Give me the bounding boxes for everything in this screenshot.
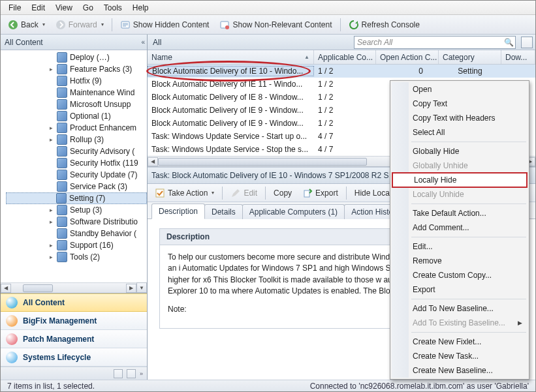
- menu-go[interactable]: Go: [78, 2, 99, 14]
- menu-file[interactable]: File: [3, 2, 26, 14]
- tree-node[interactable]: ▸Security Hotfix (119: [6, 157, 147, 169]
- edit-button[interactable]: Edit: [226, 186, 262, 200]
- col-category[interactable]: Category: [439, 50, 501, 64]
- context-menu[interactable]: OpenCopy TextCopy Text with HeadersSelec…: [390, 80, 529, 380]
- show-nonrelevant-button[interactable]: Show Non-Relevant Content: [215, 18, 336, 32]
- tree-node[interactable]: ▸Microsoft Unsupp: [6, 98, 147, 110]
- cell-applicable: 1 / 2: [314, 106, 376, 115]
- tree-vscroll-down-icon[interactable]: ▼: [136, 282, 147, 293]
- grid-hscroll-thumb[interactable]: [158, 158, 367, 166]
- tree-node[interactable]: ▸Support (16): [6, 239, 147, 251]
- take-action-drop-icon[interactable]: ▾: [212, 190, 214, 196]
- take-action-button[interactable]: Take Action ▾: [150, 186, 219, 200]
- forward-button[interactable]: Forward ▾: [51, 18, 108, 32]
- context-menu-item[interactable]: Locally Hide: [392, 172, 528, 188]
- tree-node[interactable]: ▸Tools (2): [6, 251, 147, 263]
- menu-edit[interactable]: Edit: [26, 2, 50, 14]
- tree-node-label: Rollup (3): [70, 135, 104, 144]
- tree-hscroll-thumb[interactable]: [23, 284, 53, 292]
- tree-hscroll-left-icon[interactable]: ◀: [1, 284, 11, 293]
- expand-icon[interactable]: ▸: [48, 207, 54, 213]
- col-open-action[interactable]: Open Action C...: [376, 50, 439, 64]
- tree-node[interactable]: ▸Optional (1): [6, 110, 147, 122]
- nav-item[interactable]: Systems Lifecycle: [1, 348, 147, 367]
- tree-node[interactable]: ▸Rollup (3): [6, 134, 147, 145]
- folder-icon: [57, 111, 67, 121]
- tree-node[interactable]: ▸Feature Packs (3): [6, 63, 147, 75]
- tree-node[interactable]: ▸Security Advisory (: [6, 145, 147, 157]
- nav-item[interactable]: BigFix Management: [1, 312, 147, 330]
- context-menu-item[interactable]: Remove: [392, 254, 528, 268]
- context-menu-item[interactable]: Create New Baseline...: [392, 363, 528, 378]
- context-menu-item[interactable]: Globally Hide: [392, 144, 528, 158]
- context-menu-label: Create New Task...: [413, 352, 479, 361]
- export-button[interactable]: Export: [298, 186, 343, 200]
- context-menu-item[interactable]: Add Comment...: [392, 220, 528, 235]
- collapse-left-icon[interactable]: «: [141, 38, 143, 46]
- nav-item[interactable]: Patch Management: [1, 330, 147, 348]
- context-menu-item[interactable]: Open: [392, 82, 528, 97]
- expand-icon[interactable]: ▸: [48, 254, 54, 260]
- tree-node[interactable]: ▸Maintenance Wind: [6, 87, 147, 98]
- context-menu-item[interactable]: Edit...: [392, 239, 528, 254]
- nav-overflow-2[interactable]: [127, 369, 136, 378]
- menu-tools[interactable]: Tools: [99, 2, 127, 14]
- left-panel: All Content « ▸Deploy (…)▸Feature Packs …: [1, 35, 148, 380]
- take-action-icon: [155, 188, 165, 198]
- tree-view[interactable]: ▸Deploy (…)▸Feature Packs (3)▸Hotfix (9)…: [1, 50, 147, 293]
- tree-node[interactable]: ▸Security Update (7): [6, 169, 147, 181]
- toggle-details-button[interactable]: [521, 37, 533, 48]
- menu-help[interactable]: Help: [127, 2, 154, 14]
- tab-applicable-computers[interactable]: Applicable Computers (1): [242, 204, 345, 219]
- tree-node[interactable]: ▸Standby Behavior (: [6, 228, 147, 239]
- nav-overflow-1[interactable]: [114, 369, 123, 378]
- tree-node[interactable]: ▸Service Pack (3): [6, 181, 147, 192]
- nav-item[interactable]: All Content: [1, 294, 147, 312]
- menu-view[interactable]: View: [50, 2, 78, 14]
- search-icon[interactable]: 🔍: [504, 38, 514, 47]
- tree-node[interactable]: ▸Setting (7): [6, 192, 147, 204]
- context-menu-item[interactable]: Create Custom Copy...: [392, 268, 528, 282]
- export-icon: [302, 188, 313, 198]
- tree-node[interactable]: ▸Setup (3): [6, 204, 147, 216]
- tree-hscroll[interactable]: ◀ ▶: [1, 282, 136, 293]
- table-row[interactable]: Block Automatic Delivery of IE 10 - Wind…: [148, 65, 535, 78]
- context-menu-item[interactable]: Create New Fixlet...: [392, 335, 528, 349]
- tree-node[interactable]: ▸Hotfix (9): [6, 75, 147, 87]
- left-header: All Content «: [1, 35, 147, 50]
- nav-label: BigFix Management: [23, 316, 97, 325]
- forward-drop-icon[interactable]: ▾: [101, 22, 104, 27]
- tab-details[interactable]: Details: [204, 204, 243, 219]
- tree-node[interactable]: ▸Deploy (…): [6, 52, 147, 63]
- context-menu-item[interactable]: Add To New Baseline...: [392, 301, 528, 316]
- back-drop-icon[interactable]: ▾: [42, 22, 45, 27]
- tree-hscroll-right-icon[interactable]: ▶: [126, 284, 136, 293]
- search-input[interactable]: Search All 🔍: [354, 36, 516, 49]
- col-applicable[interactable]: Applicable Co...: [314, 50, 376, 64]
- context-menu-item[interactable]: Select All: [392, 125, 528, 140]
- back-button[interactable]: Back ▾: [3, 18, 50, 32]
- context-menu-item[interactable]: Take Default Action...: [392, 206, 528, 220]
- context-menu-item[interactable]: Export: [392, 282, 528, 297]
- expand-icon[interactable]: ▸: [48, 136, 54, 143]
- expand-icon[interactable]: ▸: [48, 125, 54, 131]
- expand-icon[interactable]: ▸: [48, 219, 54, 225]
- edit-label: Edit: [244, 188, 257, 198]
- col-name[interactable]: Name▲: [148, 50, 314, 64]
- tree-node[interactable]: ▸Product Enhancem: [6, 122, 147, 134]
- expand-icon[interactable]: ▸: [48, 66, 54, 72]
- col-download[interactable]: Dow...: [501, 50, 535, 64]
- tree-hscroll-track[interactable]: [11, 284, 126, 293]
- context-menu-item[interactable]: Copy Text with Headers: [392, 111, 528, 125]
- copy-button[interactable]: Copy: [269, 187, 296, 200]
- show-hidden-button[interactable]: Show Hidden Content: [116, 18, 214, 32]
- refresh-button[interactable]: Refresh Console: [344, 18, 424, 32]
- tree-node[interactable]: ▸Software Distributio: [6, 216, 147, 228]
- context-menu-item[interactable]: Copy Text: [392, 97, 528, 111]
- menu-bar: File Edit View Go Tools Help: [1, 1, 535, 15]
- expand-icon[interactable]: ▸: [48, 242, 54, 249]
- tab-description[interactable]: Description: [151, 204, 205, 219]
- grid-hscroll-left-icon[interactable]: ◀: [148, 157, 158, 166]
- context-menu-item[interactable]: Create New Task...: [392, 349, 528, 363]
- nav-overflow-chevron-icon[interactable]: »: [140, 370, 143, 377]
